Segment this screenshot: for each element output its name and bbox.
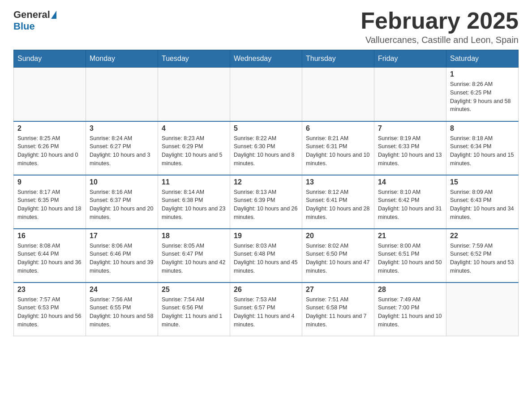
calendar-cell: 28Sunrise: 7:49 AMSunset: 7:00 PMDayligh… — [374, 283, 446, 336]
calendar-cell: 10Sunrise: 8:16 AMSunset: 6:37 PMDayligh… — [86, 175, 158, 229]
calendar-cell — [86, 68, 158, 121]
calendar-cell: 4Sunrise: 8:23 AMSunset: 6:29 PMDaylight… — [158, 121, 230, 175]
calendar-cell: 15Sunrise: 8:09 AMSunset: 6:43 PMDayligh… — [446, 175, 519, 229]
calendar-cell: 25Sunrise: 7:54 AMSunset: 6:56 PMDayligh… — [158, 283, 230, 336]
day-info: Sunrise: 7:53 AMSunset: 6:57 PMDaylight:… — [234, 295, 298, 329]
day-info: Sunrise: 7:54 AMSunset: 6:56 PMDaylight:… — [162, 295, 226, 329]
calendar-cell: 11Sunrise: 8:14 AMSunset: 6:38 PMDayligh… — [158, 175, 230, 229]
day-info: Sunrise: 8:05 AMSunset: 6:47 PMDaylight:… — [162, 242, 226, 275]
day-header-tuesday: Tuesday — [158, 50, 230, 68]
day-number: 14 — [378, 178, 442, 186]
day-info: Sunrise: 7:56 AMSunset: 6:55 PMDaylight:… — [90, 295, 154, 329]
location-subtitle: Valluercanes, Castille and Leon, Spain — [360, 35, 519, 45]
day-number: 2 — [17, 124, 82, 133]
day-number: 19 — [234, 232, 298, 240]
day-info: Sunrise: 8:13 AMSunset: 6:39 PMDaylight:… — [234, 188, 298, 222]
day-number: 5 — [234, 124, 298, 133]
day-number: 8 — [450, 124, 515, 133]
calendar-cell — [446, 283, 519, 336]
day-info: Sunrise: 7:57 AMSunset: 6:53 PMDaylight:… — [17, 295, 82, 329]
calendar-cell: 18Sunrise: 8:05 AMSunset: 6:47 PMDayligh… — [158, 229, 230, 283]
day-info: Sunrise: 8:25 AMSunset: 6:26 PMDaylight:… — [17, 134, 82, 168]
calendar-cell — [302, 68, 374, 121]
day-number: 25 — [162, 286, 226, 294]
day-number: 12 — [234, 178, 298, 186]
month-title: February 2025 — [360, 9, 519, 32]
day-number: 28 — [378, 286, 442, 294]
day-info: Sunrise: 8:24 AMSunset: 6:27 PMDaylight:… — [90, 134, 154, 168]
logo-general-text: General — [13, 9, 50, 21]
day-number: 16 — [17, 232, 82, 240]
day-number: 15 — [450, 178, 515, 186]
calendar-cell: 16Sunrise: 8:08 AMSunset: 6:44 PMDayligh… — [14, 229, 86, 283]
calendar-cell: 13Sunrise: 8:12 AMSunset: 6:41 PMDayligh… — [302, 175, 374, 229]
calendar-cell: 17Sunrise: 8:06 AMSunset: 6:46 PMDayligh… — [86, 229, 158, 283]
day-info: Sunrise: 8:26 AMSunset: 6:25 PMDaylight:… — [450, 80, 515, 114]
day-info: Sunrise: 8:08 AMSunset: 6:44 PMDaylight:… — [17, 242, 82, 275]
day-number: 26 — [234, 286, 298, 294]
title-block: February 2025 Valluercanes, Castille and… — [360, 9, 519, 45]
day-info: Sunrise: 8:19 AMSunset: 6:33 PMDaylight:… — [378, 134, 442, 168]
calendar-cell: 2Sunrise: 8:25 AMSunset: 6:26 PMDaylight… — [14, 121, 86, 175]
day-number: 10 — [90, 178, 154, 186]
day-header-friday: Friday — [374, 50, 446, 68]
calendar-cell: 22Sunrise: 7:59 AMSunset: 6:52 PMDayligh… — [446, 229, 519, 283]
calendar-table: SundayMondayTuesdayWednesdayThursdayFrid… — [13, 50, 519, 336]
calendar-cell: 19Sunrise: 8:03 AMSunset: 6:48 PMDayligh… — [230, 229, 302, 283]
calendar-cell: 24Sunrise: 7:56 AMSunset: 6:55 PMDayligh… — [86, 283, 158, 336]
logo-triangle-icon — [51, 11, 56, 19]
day-header-monday: Monday — [86, 50, 158, 68]
day-info: Sunrise: 8:02 AMSunset: 6:50 PMDaylight:… — [306, 242, 370, 275]
calendar-cell: 3Sunrise: 8:24 AMSunset: 6:27 PMDaylight… — [86, 121, 158, 175]
calendar-cell: 14Sunrise: 8:10 AMSunset: 6:42 PMDayligh… — [374, 175, 446, 229]
calendar-cell: 7Sunrise: 8:19 AMSunset: 6:33 PMDaylight… — [374, 121, 446, 175]
day-info: Sunrise: 8:06 AMSunset: 6:46 PMDaylight:… — [90, 242, 154, 275]
calendar-cell — [230, 68, 302, 121]
page-header: General Blue February 2025 Valluercanes,… — [13, 9, 519, 45]
day-info: Sunrise: 8:22 AMSunset: 6:30 PMDaylight:… — [234, 134, 298, 168]
calendar-cell: 8Sunrise: 8:18 AMSunset: 6:34 PMDaylight… — [446, 121, 519, 175]
day-info: Sunrise: 8:21 AMSunset: 6:31 PMDaylight:… — [306, 134, 370, 168]
day-number: 3 — [90, 124, 154, 133]
day-number: 27 — [306, 286, 370, 294]
day-header-thursday: Thursday — [302, 50, 374, 68]
calendar-cell — [374, 68, 446, 121]
day-info: Sunrise: 8:23 AMSunset: 6:29 PMDaylight:… — [162, 134, 226, 168]
day-info: Sunrise: 8:00 AMSunset: 6:51 PMDaylight:… — [378, 242, 442, 275]
calendar-cell — [14, 68, 86, 121]
logo-blue-text: Blue — [13, 21, 35, 32]
day-info: Sunrise: 7:49 AMSunset: 7:00 PMDaylight:… — [378, 295, 442, 329]
day-number: 4 — [162, 124, 226, 133]
calendar-cell: 5Sunrise: 8:22 AMSunset: 6:30 PMDaylight… — [230, 121, 302, 175]
day-info: Sunrise: 8:12 AMSunset: 6:41 PMDaylight:… — [306, 188, 370, 222]
day-number: 21 — [378, 232, 442, 240]
calendar-cell: 9Sunrise: 8:17 AMSunset: 6:35 PMDaylight… — [14, 175, 86, 229]
day-number: 18 — [162, 232, 226, 240]
day-number: 1 — [450, 70, 515, 78]
day-info: Sunrise: 8:18 AMSunset: 6:34 PMDaylight:… — [450, 134, 515, 168]
day-number: 7 — [378, 124, 442, 133]
day-info: Sunrise: 8:10 AMSunset: 6:42 PMDaylight:… — [378, 188, 442, 222]
day-number: 6 — [306, 124, 370, 133]
calendar-cell — [158, 68, 230, 121]
calendar-cell: 12Sunrise: 8:13 AMSunset: 6:39 PMDayligh… — [230, 175, 302, 229]
day-info: Sunrise: 7:51 AMSunset: 6:58 PMDaylight:… — [306, 295, 370, 329]
day-info: Sunrise: 7:59 AMSunset: 6:52 PMDaylight:… — [450, 242, 515, 275]
calendar-cell: 1Sunrise: 8:26 AMSunset: 6:25 PMDaylight… — [446, 68, 519, 121]
day-headers-row: SundayMondayTuesdayWednesdayThursdayFrid… — [14, 50, 519, 68]
day-info: Sunrise: 8:16 AMSunset: 6:37 PMDaylight:… — [90, 188, 154, 222]
day-header-saturday: Saturday — [446, 50, 519, 68]
calendar-cell: 27Sunrise: 7:51 AMSunset: 6:58 PMDayligh… — [302, 283, 374, 336]
day-number: 9 — [17, 178, 82, 186]
calendar-cell: 20Sunrise: 8:02 AMSunset: 6:50 PMDayligh… — [302, 229, 374, 283]
day-number: 24 — [90, 286, 154, 294]
calendar-cell: 26Sunrise: 7:53 AMSunset: 6:57 PMDayligh… — [230, 283, 302, 336]
day-info: Sunrise: 8:17 AMSunset: 6:35 PMDaylight:… — [17, 188, 82, 222]
day-number: 11 — [162, 178, 226, 186]
day-number: 13 — [306, 178, 370, 186]
day-number: 17 — [90, 232, 154, 240]
day-info: Sunrise: 8:14 AMSunset: 6:38 PMDaylight:… — [162, 188, 226, 222]
day-header-wednesday: Wednesday — [230, 50, 302, 68]
day-info: Sunrise: 8:09 AMSunset: 6:43 PMDaylight:… — [450, 188, 515, 222]
day-header-sunday: Sunday — [14, 50, 86, 68]
